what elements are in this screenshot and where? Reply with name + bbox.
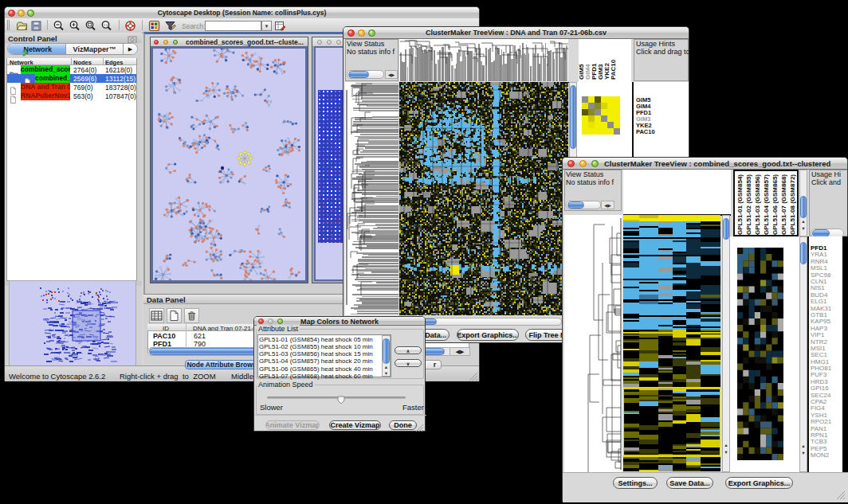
svg-text:GPL51-07 (GSM868): GPL51-07 (GSM868) <box>780 174 787 235</box>
svg-text:GPL51-01 (GSM854): GPL51-01 (GSM854) <box>736 174 744 235</box>
svg-text:GPL51-02 (GSM855): GPL51-02 (GSM855) <box>745 174 752 235</box>
svg-text:GPL51-08 (GSM872): GPL51-08 (GSM872) <box>789 174 796 235</box>
svg-text:GPL51-04 (GSM857): GPL51-04 (GSM857) <box>763 174 770 235</box>
svg-text:PAC10: PAC10 <box>610 59 617 80</box>
svg-text:GPL51-03 (GSM856): GPL51-03 (GSM856) <box>754 174 761 235</box>
svg-text:1:1: 1:1 <box>103 23 108 27</box>
svg-text:GPL51-06 (GSM865): GPL51-06 (GSM865) <box>771 174 779 235</box>
